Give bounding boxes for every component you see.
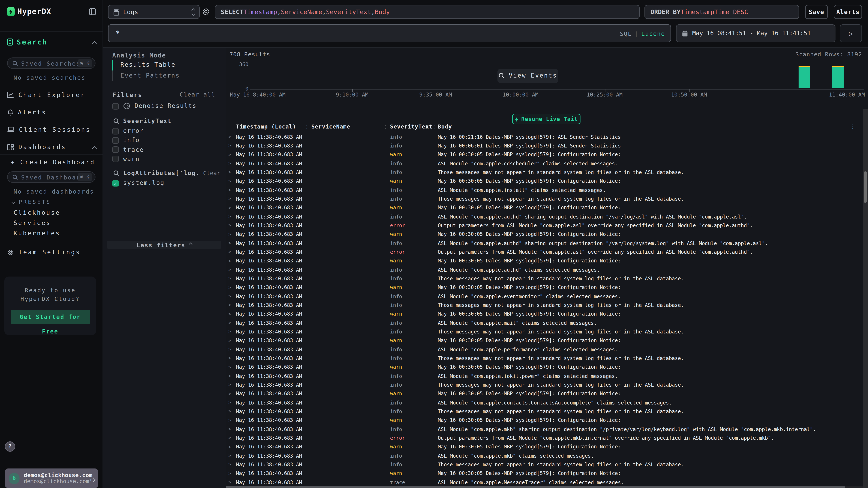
table-row[interactable]: >May 16 11:38:40.683 AMwarnMay 16 00:30:… [226,283,863,292]
save-button[interactable]: Save [805,5,828,19]
horizontal-scrollbar-thumb[interactable] [226,486,845,488]
table-row[interactable]: >May 16 11:38:40.683 AMinfoASL Module "c… [226,318,863,327]
table-row[interactable]: >May 16 11:38:40.683 AMinfoThose message… [226,380,863,389]
help-button[interactable]: ? [5,442,15,452]
info-checkbox[interactable] [112,137,119,143]
time-range-picker[interactable]: May 16 08:41:51 - May 16 11:41:51 [676,24,835,42]
preset-clickhouse[interactable]: Clickhouse [13,209,60,216]
lucene-toggle[interactable]: Lucene [641,30,665,37]
table-row[interactable]: >May 16 11:38:40.683 AMinfoASL Module "c… [226,265,863,274]
table-row[interactable]: >May 16 11:38:40.683 AMinfoASL Module "c… [226,292,863,300]
table-row[interactable]: >May 16 11:38:40.683 AMinfoThose message… [226,460,863,469]
filter-option-warn[interactable]: warn [112,155,220,163]
table-row[interactable]: >May 16 11:38:40.683 AMwarnMay 16 00:30:… [226,256,863,265]
table-row[interactable]: >May 16 11:38:40.683 AMinfoASL Module "c… [226,159,863,168]
col-servicename[interactable]: ServiceName [311,124,350,130]
row-expand-icon[interactable]: > [228,417,231,423]
sidebar-item-team-settings[interactable]: Team Settings [7,246,96,259]
table-row[interactable]: >May 16 11:38:40.683 AMinfoMay 16 00:21:… [226,132,863,141]
table-row[interactable]: >May 16 11:38:40.683 AMwarnMay 16 00:30:… [226,230,863,238]
table-row[interactable]: >May 16 11:38:40.683 AMwarnMay 16 00:30:… [226,336,863,345]
table-row[interactable]: >May 16 11:38:40.683 AMwarnMay 16 00:30:… [226,310,863,318]
row-expand-icon[interactable]: > [228,134,231,139]
row-expand-icon[interactable]: > [228,329,231,334]
table-row[interactable]: >May 16 11:38:40.683 AMinfoThose message… [226,194,863,203]
row-expand-icon[interactable]: > [228,320,231,325]
table-row[interactable]: >May 16 11:38:40.683 AMwarnMay 16 00:30:… [226,363,863,371]
collapse-section-icon[interactable] [93,37,96,47]
row-expand-icon[interactable]: > [228,187,231,193]
table-row[interactable]: >May 16 11:38:40.683 AMwarnMay 16 00:30:… [226,203,863,212]
select-clause-input[interactable]: SELECT Timestamp, ServiceName, SeverityT… [215,5,640,19]
preset-services[interactable]: Services [13,220,51,227]
row-expand-icon[interactable]: > [228,249,231,255]
row-expand-icon[interactable]: > [228,355,231,361]
table-row[interactable]: >May 16 11:38:40.683 AMerrorOutput param… [226,248,863,256]
sidebar-collapse-icon[interactable] [89,8,96,15]
sidebar-item-client-sessions[interactable]: Client Sessions [7,123,96,136]
row-expand-icon[interactable]: > [228,470,231,476]
presets-header[interactable]: PRESETS [12,199,51,205]
tab-results-table[interactable]: Results Table [112,60,216,70]
denoise-checkbox[interactable] [112,103,119,109]
table-row[interactable]: >May 16 11:38:40.683 AMinfoASL Module "c… [226,238,863,248]
row-expand-icon[interactable]: > [228,293,231,299]
row-expand-icon[interactable]: > [228,231,231,237]
search-icon[interactable] [113,170,119,176]
results-histogram[interactable]: 360 0 May 16 8:40:00 AM9:10:00 AM9:35:00… [226,48,868,99]
clear-all-button[interactable]: Clear all [180,91,215,98]
table-row[interactable]: >May 16 11:38:40.683 AMerrorOutput param… [226,221,863,230]
preset-kubernetes[interactable]: Kubernetes [13,230,60,237]
table-row[interactable]: >May 16 11:38:40.683 AMinfoThose message… [226,407,863,416]
filter-option-info[interactable]: info [112,136,220,144]
column-drag-icon[interactable]: ⋮ [383,124,388,130]
table-row[interactable]: >May 16 11:38:40.683 AMinfoASL Module "c… [226,186,863,194]
row-expand-icon[interactable]: > [228,152,231,157]
row-expand-icon[interactable]: > [228,479,231,485]
histogram-bar[interactable] [832,66,843,89]
row-expand-icon[interactable]: > [228,337,231,343]
trace-checkbox[interactable] [112,147,119,153]
system.log-checkbox[interactable]: ✓ [112,180,119,186]
table-row[interactable]: >May 16 11:38:40.683 AMwarnMay 16 00:30:… [226,469,863,478]
row-expand-icon[interactable]: > [228,205,231,210]
vertical-scrollbar[interactable] [863,109,868,488]
row-expand-icon[interactable]: > [228,426,231,432]
row-expand-icon[interactable]: > [228,161,231,166]
table-row[interactable]: >May 16 11:38:40.683 AMinfoASL Module "c… [226,371,863,380]
row-expand-icon[interactable]: > [228,240,231,246]
table-row[interactable]: >May 16 11:38:40.683 AMinfoThose message… [226,168,863,176]
table-row[interactable]: >May 16 11:38:40.683 AMwarnMay 16 00:30:… [226,442,863,451]
sidebar-item-chart-explorer[interactable]: Chart Explorer [7,88,96,101]
table-row[interactable]: >May 16 11:38:40.683 AMinfoThose message… [226,327,863,336]
source-select[interactable]: Logs [108,5,199,19]
table-row[interactable]: >May 16 11:38:40.683 AMinfoThose message… [226,354,863,363]
row-expand-icon[interactable]: > [228,453,231,458]
table-row[interactable]: >May 16 11:38:40.683 AMtraceASL Module "… [226,478,863,486]
row-expand-icon[interactable]: > [228,462,231,467]
get-started-button[interactable]: Get Started for Free [11,310,90,324]
tab-event-patterns[interactable]: Event Patterns [112,70,216,81]
table-row[interactable]: >May 16 11:38:40.683 AMwarnMay 16 00:30:… [226,150,863,159]
sidebar-item-dashboards[interactable]: Dashboards [7,140,96,154]
sidebar-item-alerts[interactable]: Alerts [7,106,96,119]
table-row[interactable]: >May 16 11:38:40.683 AMinfoMay 16 00:06:… [226,141,863,150]
row-expand-icon[interactable]: > [228,373,231,379]
row-expand-icon[interactable]: > [228,267,231,272]
column-drag-icon[interactable]: ⋮ [432,124,437,130]
horizontal-scrollbar[interactable] [226,486,863,488]
table-row[interactable]: >May 16 11:38:40.683 AMwarnMay 16 00:30:… [226,176,863,186]
col-body[interactable]: Body [438,124,452,130]
create-dashboard-button[interactable]: + Create Dashboard [11,159,95,166]
row-expand-icon[interactable]: > [228,364,231,369]
table-row[interactable]: >May 16 11:38:40.683 AMinfoThose message… [226,300,863,310]
table-row[interactable]: >May 16 11:38:40.683 AMinfoASL Module "c… [226,398,863,407]
table-row[interactable]: >May 16 11:38:40.683 AMwarnMay 16 00:30:… [226,416,863,425]
table-row[interactable]: >May 16 11:38:40.683 AMerrorOutput param… [226,433,863,442]
table-row[interactable]: >May 16 11:38:40.683 AMinfoASL Module "c… [226,425,863,433]
sql-toggle[interactable]: SQL [620,30,632,37]
search-query-input[interactable]: * SQL|Lucene [108,24,671,42]
run-query-button[interactable]: ▷ [840,24,862,42]
filter-option-trace[interactable]: trace [112,146,220,154]
row-expand-icon[interactable]: > [228,178,231,184]
